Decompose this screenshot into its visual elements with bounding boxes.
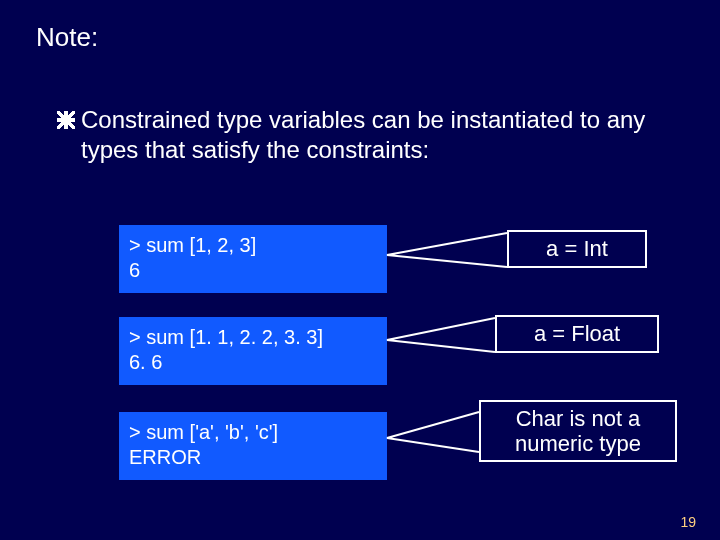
code-output: 6. 6 [129,350,377,375]
code-input: > sum ['a', 'b', 'c'] [129,420,377,445]
code-example-2: > sum [1. 1, 2. 2, 3. 3] 6. 6 [119,317,387,385]
bullet-row: Constrained type variables can be instan… [57,105,690,165]
code-output: 6 [129,258,377,283]
slide-title: Note: [36,22,98,53]
annotation-1: a = Int [507,230,647,268]
callout-pointer-icon [387,233,507,273]
callout-pointer-icon [387,412,479,460]
code-example-1: > sum [1, 2, 3] 6 [119,225,387,293]
page-number: 19 [680,514,696,530]
bullet-text: Constrained type variables can be instan… [81,105,690,165]
annotation-3: Char is not a numeric type [479,400,677,462]
code-input: > sum [1. 1, 2. 2, 3. 3] [129,325,377,350]
code-output: ERROR [129,445,377,470]
code-input: > sum [1, 2, 3] [129,233,377,258]
annotation-2: a = Float [495,315,659,353]
callout-pointer-icon [387,318,495,358]
star-bullet-icon [57,111,75,129]
code-example-3: > sum ['a', 'b', 'c'] ERROR [119,412,387,480]
